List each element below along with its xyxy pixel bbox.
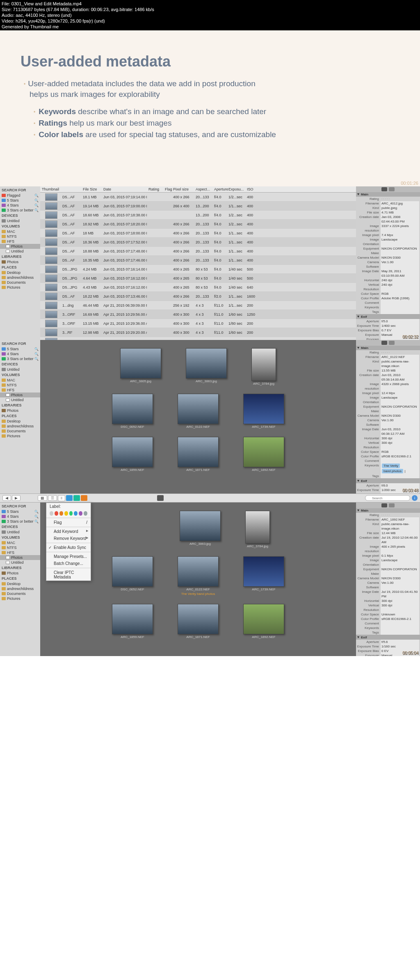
file-row[interactable]: D5...AF 18.60 MB Jun 03, 2015 07:18:38.0… [40, 211, 356, 220]
sidebar-untitled[interactable]: Untitled [0, 367, 40, 372]
file-row[interactable]: D5...AF 18.92 MB Jun 03, 2015 07:18:20.0… [40, 220, 356, 229]
context-flag[interactable]: Flag/ [46, 519, 91, 526]
sidebar-user[interactable]: andrewchildress [0, 275, 40, 280]
sidebar-photos-folder[interactable]: Photos [0, 392, 40, 397]
slideshow-icon[interactable] [157, 495, 164, 501]
sidebar-pictures[interactable]: Pictures [0, 596, 40, 601]
color-grey[interactable] [84, 511, 87, 516]
thumbnail-item[interactable]: ARC_3863.jpg [180, 511, 221, 548]
meta-group-main[interactable]: Main [356, 192, 420, 197]
col-aperture[interactable]: Aperture [212, 187, 227, 191]
col-date[interactable]: Date [102, 187, 147, 191]
file-row[interactable]: D5...AF 18.22 MB Jun 03, 2015 07:13:46.0… [40, 292, 356, 301]
view-list-button[interactable]: ☰ [48, 495, 57, 501]
thumbnail-item[interactable]: ARC_3805.jpg [120, 348, 161, 386]
meta-tab-color[interactable] [389, 341, 395, 345]
context-batch-change[interactable]: Batch Change... [46, 560, 91, 567]
sidebar-mac[interactable]: MAC [0, 540, 40, 545]
thumbnail-item[interactable]: ARC_3863.jpg [186, 348, 227, 386]
sidebar-mac[interactable]: MAC [0, 229, 40, 234]
col-flag[interactable]: Flag [163, 187, 171, 191]
thumbnail-item[interactable]: ARC_3784.jpg [251, 348, 276, 386]
thumbnail-item[interactable]: ARC_1892.NEF [243, 604, 284, 639]
meta-group-exif[interactable]: Exif [356, 479, 420, 483]
thumbnail-item[interactable]: DSC_0052.NEF [112, 556, 153, 596]
color-red[interactable] [55, 511, 58, 516]
thumbnail-item[interactable]: ARC_1859.NEF [112, 604, 153, 639]
sidebar-photos-folder[interactable]: Photos [0, 244, 40, 249]
thumbnail-item[interactable]: ARC_0122.NEFThe Verity band photos [178, 556, 219, 596]
sidebar-4stars[interactable]: 4 Stars🔍 [0, 203, 40, 208]
file-row[interactable]: D5...JPG 4.43 MB Jun 03, 2015 07:16:12.0… [40, 283, 356, 292]
meta-tab-info[interactable] [381, 503, 387, 507]
meta-group-main[interactable]: Main [356, 346, 420, 350]
thumbnail-item[interactable]: ARC_1859.NEF [112, 437, 153, 472]
sidebar-untitled2[interactable]: Untitled [0, 397, 40, 402]
meta-tab-info[interactable] [381, 341, 387, 345]
col-filesize[interactable]: File Size [81, 187, 102, 191]
col-exposure[interactable]: Exposu... [227, 187, 245, 191]
sidebar-untitled2[interactable]: Untitled [0, 249, 40, 254]
thumbnail-item[interactable]: ARC_1871.NEF [178, 604, 219, 639]
color-none[interactable] [50, 511, 53, 516]
col-iso[interactable]: ISO [245, 187, 256, 191]
sidebar-pictures[interactable]: Pictures [0, 285, 40, 290]
sidebar-desktop[interactable]: Desktop [0, 581, 40, 586]
file-row[interactable]: D5...AF 19.14 MB Jun 03, 2015 07:19:00.0… [40, 202, 356, 211]
sidebar-5stars[interactable]: 5 Stars🔍 [0, 509, 40, 514]
sidebar-desktop[interactable]: Desktop [0, 270, 40, 275]
meta-tab-info[interactable] [381, 187, 387, 191]
sidebar-photos-folder[interactable]: Photos [0, 555, 40, 560]
sidebar-3stars[interactable]: 3 Stars or better🔍 [0, 519, 40, 524]
col-pixel[interactable]: Pixel size [171, 187, 194, 191]
file-row[interactable]: D5...AF 18 MB Jun 03, 2015 07:18:00.00 P… [40, 229, 356, 238]
info-button[interactable]: i [412, 495, 418, 501]
sidebar-documents[interactable]: Documents [0, 591, 40, 596]
thumbnail-item[interactable]: ARC_3784.jpg [245, 511, 270, 548]
thumbnail-item[interactable]: ARC_1739.NEF [243, 556, 284, 596]
color-blue[interactable] [74, 511, 78, 516]
nav-back-button[interactable]: ◀ [2, 495, 11, 501]
file-row[interactable]: 3...RF 12.98 MB Apr 21, 2015 10:29:20.00… [40, 328, 356, 337]
sidebar-3stars[interactable]: 3 Stars or better🔍 [0, 208, 40, 213]
sidebar-ntfs[interactable]: NTFS [0, 383, 40, 388]
sidebar-hfs[interactable]: HFS [0, 550, 40, 555]
share-icon[interactable] [66, 495, 73, 501]
view-grid-button[interactable]: ▦ [38, 495, 47, 501]
search-input[interactable] [365, 495, 410, 501]
file-row[interactable]: 3...ORF 16.69 MB Apr 21, 2015 10:29:56.0… [40, 310, 356, 319]
sidebar-photos-lib[interactable]: Photos [0, 408, 40, 413]
meta-group-exif[interactable]: Exif [356, 635, 420, 640]
sidebar-desktop[interactable]: Desktop [0, 419, 40, 424]
meta-tab-color[interactable] [389, 503, 395, 507]
sidebar-photos-lib[interactable]: Photos [0, 259, 40, 264]
sidebar-user[interactable]: andrewchildress [0, 424, 40, 429]
sidebar-untitled[interactable]: Untitled [0, 218, 40, 223]
file-row[interactable]: 3...ORF 13.15 MB Apr 21, 2015 10:29:36.0… [40, 319, 356, 328]
color-yellow[interactable] [64, 511, 68, 516]
sidebar-pictures[interactable]: Pictures [0, 434, 40, 438]
file-row[interactable]: D5...AF 18.36 MB Jun 03, 2015 07:17:52.0… [40, 238, 356, 247]
sidebar-3stars[interactable]: 3 Stars or better🔍 [0, 356, 40, 361]
context-manage-presets[interactable]: Manage Presets... [46, 553, 91, 560]
meta-group-exif[interactable]: Exif [356, 314, 420, 319]
action-icon[interactable] [81, 495, 87, 501]
context-auto-sync[interactable]: Enable Auto Sync [46, 544, 91, 551]
col-aspect[interactable]: Aspect... [194, 187, 212, 191]
file-row[interactable]: D5...AF 18.1 MB Jun 03, 2015 07:19:14.00… [40, 193, 356, 202]
sidebar-4stars[interactable]: 4 Stars🔍 [0, 351, 40, 356]
col-rating[interactable]: Rating [147, 187, 163, 191]
sidebar-hfs[interactable]: HFS [0, 388, 40, 392]
sidebar-untitled2[interactable]: Untitled [0, 560, 40, 565]
sidebar-ntfs[interactable]: NTFS [0, 545, 40, 550]
color-green[interactable] [69, 511, 73, 516]
thumbnail-item[interactable]: DSC_0052.NEF [112, 394, 153, 429]
sidebar-documents[interactable]: Documents [0, 280, 40, 285]
sidebar-5stars[interactable]: 5 Stars🔍 [0, 347, 40, 351]
thumbnail-item[interactable]: ARC_1871.NEF [178, 437, 219, 472]
sidebar-photos-lib[interactable]: Photos [0, 571, 40, 576]
meta-group-main[interactable]: Main [356, 508, 420, 513]
sidebar-5stars[interactable]: 5 Stars🔍 [0, 198, 40, 203]
tag-icon[interactable] [73, 495, 80, 501]
context-clear-iptc[interactable]: Clear IPTC Metadata [46, 569, 91, 581]
